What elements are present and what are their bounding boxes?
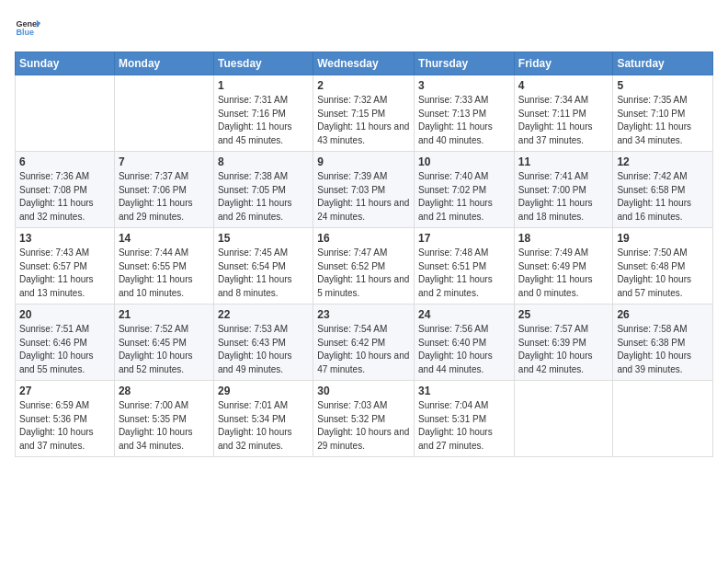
week-row-3: 13Sunrise: 7:43 AMSunset: 6:57 PMDayligh… — [16, 228, 713, 304]
day-info: Sunrise: 7:58 AMSunset: 6:38 PMDaylight:… — [617, 323, 709, 376]
day-number: 14 — [119, 232, 210, 245]
day-info: Sunrise: 7:36 AMSunset: 7:08 PMDaylight:… — [19, 170, 110, 224]
day-number: 5 — [617, 79, 709, 92]
day-info: Sunrise: 7:04 AMSunset: 5:31 PMDaylight:… — [418, 399, 510, 453]
day-cell — [114, 75, 213, 152]
weekday-header-friday: Friday — [514, 52, 613, 75]
day-number: 4 — [518, 79, 609, 92]
day-info: Sunrise: 7:39 AMSunset: 7:03 PMDaylight:… — [317, 170, 410, 224]
day-cell: 21Sunrise: 7:52 AMSunset: 6:45 PMDayligh… — [114, 304, 213, 381]
day-cell: 27Sunrise: 6:59 AMSunset: 5:36 PMDayligh… — [16, 381, 115, 457]
day-cell: 31Sunrise: 7:04 AMSunset: 5:31 PMDayligh… — [415, 381, 515, 457]
day-info: Sunrise: 7:37 AMSunset: 7:06 PMDaylight:… — [119, 170, 210, 224]
day-info: Sunrise: 7:01 AMSunset: 5:34 PMDaylight:… — [218, 399, 309, 453]
day-number: 18 — [518, 232, 609, 245]
day-cell: 19Sunrise: 7:50 AMSunset: 6:48 PMDayligh… — [613, 228, 713, 304]
day-cell — [613, 381, 713, 457]
day-info: Sunrise: 7:47 AMSunset: 6:52 PMDaylight:… — [317, 247, 410, 300]
day-info: Sunrise: 7:57 AMSunset: 6:39 PMDaylight:… — [518, 323, 609, 376]
day-cell: 10Sunrise: 7:40 AMSunset: 7:02 PMDayligh… — [415, 152, 515, 228]
day-cell: 28Sunrise: 7:00 AMSunset: 5:35 PMDayligh… — [114, 381, 213, 457]
day-info: Sunrise: 7:33 AMSunset: 7:13 PMDaylight:… — [418, 94, 510, 147]
day-cell: 4Sunrise: 7:34 AMSunset: 7:11 PMDaylight… — [514, 75, 613, 152]
day-cell: 5Sunrise: 7:35 AMSunset: 7:10 PMDaylight… — [613, 75, 713, 152]
page: General Blue SundayMondayTuesdayWednesda… — [0, 0, 728, 466]
weekday-header-saturday: Saturday — [613, 52, 713, 75]
day-info: Sunrise: 7:56 AMSunset: 6:40 PMDaylight:… — [418, 323, 510, 376]
day-cell: 30Sunrise: 7:03 AMSunset: 5:32 PMDayligh… — [313, 381, 415, 457]
day-cell: 9Sunrise: 7:39 AMSunset: 7:03 PMDaylight… — [313, 152, 415, 228]
day-cell: 29Sunrise: 7:01 AMSunset: 5:34 PMDayligh… — [213, 381, 313, 457]
day-number: 17 — [418, 232, 510, 245]
day-info: Sunrise: 7:50 AMSunset: 6:48 PMDaylight:… — [617, 247, 709, 300]
day-number: 16 — [317, 232, 410, 245]
day-cell: 14Sunrise: 7:44 AMSunset: 6:55 PMDayligh… — [114, 228, 213, 304]
day-info: Sunrise: 7:44 AMSunset: 6:55 PMDaylight:… — [119, 247, 210, 300]
day-info: Sunrise: 7:40 AMSunset: 7:02 PMDaylight:… — [418, 170, 510, 224]
day-cell: 18Sunrise: 7:49 AMSunset: 6:49 PMDayligh… — [514, 228, 613, 304]
day-number: 9 — [317, 155, 410, 168]
day-cell: 13Sunrise: 7:43 AMSunset: 6:57 PMDayligh… — [16, 228, 115, 304]
day-cell — [16, 75, 115, 152]
header: General Blue — [15, 15, 713, 40]
day-info: Sunrise: 7:48 AMSunset: 6:51 PMDaylight:… — [418, 247, 510, 300]
day-info: Sunrise: 7:03 AMSunset: 5:32 PMDaylight:… — [317, 399, 410, 453]
day-number: 25 — [518, 308, 609, 321]
day-info: Sunrise: 7:49 AMSunset: 6:49 PMDaylight:… — [518, 247, 609, 300]
day-number: 22 — [218, 308, 309, 321]
day-number: 10 — [418, 155, 510, 168]
day-cell: 16Sunrise: 7:47 AMSunset: 6:52 PMDayligh… — [313, 228, 415, 304]
day-number: 11 — [518, 155, 609, 168]
day-number: 12 — [617, 155, 709, 168]
weekday-header-sunday: Sunday — [16, 52, 115, 75]
day-cell: 25Sunrise: 7:57 AMSunset: 6:39 PMDayligh… — [514, 304, 613, 381]
day-info: Sunrise: 7:41 AMSunset: 7:00 PMDaylight:… — [518, 170, 609, 224]
day-cell: 26Sunrise: 7:58 AMSunset: 6:38 PMDayligh… — [613, 304, 713, 381]
day-number: 1 — [218, 79, 309, 92]
day-info: Sunrise: 7:45 AMSunset: 6:54 PMDaylight:… — [218, 247, 309, 300]
day-cell: 11Sunrise: 7:41 AMSunset: 7:00 PMDayligh… — [514, 152, 613, 228]
weekday-header-wednesday: Wednesday — [313, 52, 415, 75]
day-number: 31 — [418, 385, 510, 397]
day-number: 15 — [218, 232, 309, 245]
day-cell: 2Sunrise: 7:32 AMSunset: 7:15 PMDaylight… — [313, 75, 415, 152]
weekday-header-thursday: Thursday — [415, 52, 515, 75]
day-cell: 17Sunrise: 7:48 AMSunset: 6:51 PMDayligh… — [415, 228, 515, 304]
day-number: 8 — [218, 155, 309, 168]
day-info: Sunrise: 7:35 AMSunset: 7:10 PMDaylight:… — [617, 94, 709, 147]
day-number: 28 — [119, 385, 210, 397]
day-info: Sunrise: 7:54 AMSunset: 6:42 PMDaylight:… — [317, 323, 410, 376]
day-number: 2 — [317, 79, 410, 92]
day-number: 3 — [418, 79, 510, 92]
day-info: Sunrise: 7:52 AMSunset: 6:45 PMDaylight:… — [119, 323, 210, 376]
day-cell: 22Sunrise: 7:53 AMSunset: 6:43 PMDayligh… — [213, 304, 313, 381]
week-row-2: 6Sunrise: 7:36 AMSunset: 7:08 PMDaylight… — [16, 152, 713, 228]
day-info: Sunrise: 7:00 AMSunset: 5:35 PMDaylight:… — [119, 399, 210, 453]
logo: General Blue — [15, 15, 40, 40]
day-cell — [514, 381, 613, 457]
logo-icon: General Blue — [15, 15, 40, 40]
weekday-header-monday: Monday — [114, 52, 213, 75]
day-cell: 6Sunrise: 7:36 AMSunset: 7:08 PMDaylight… — [16, 152, 115, 228]
day-number: 23 — [317, 308, 410, 321]
day-cell: 3Sunrise: 7:33 AMSunset: 7:13 PMDaylight… — [415, 75, 515, 152]
day-info: Sunrise: 7:32 AMSunset: 7:15 PMDaylight:… — [317, 94, 410, 147]
day-number: 29 — [218, 385, 309, 397]
day-cell: 12Sunrise: 7:42 AMSunset: 6:58 PMDayligh… — [613, 152, 713, 228]
calendar: SundayMondayTuesdayWednesdayThursdayFrid… — [15, 52, 713, 457]
day-cell: 7Sunrise: 7:37 AMSunset: 7:06 PMDaylight… — [114, 152, 213, 228]
weekday-header-row: SundayMondayTuesdayWednesdayThursdayFrid… — [16, 52, 713, 75]
day-info: Sunrise: 7:38 AMSunset: 7:05 PMDaylight:… — [218, 170, 309, 224]
day-number: 24 — [418, 308, 510, 321]
day-cell: 1Sunrise: 7:31 AMSunset: 7:16 PMDaylight… — [213, 75, 313, 152]
svg-text:Blue: Blue — [16, 28, 34, 37]
day-number: 27 — [19, 385, 110, 397]
day-cell: 8Sunrise: 7:38 AMSunset: 7:05 PMDaylight… — [213, 152, 313, 228]
day-info: Sunrise: 6:59 AMSunset: 5:36 PMDaylight:… — [19, 399, 110, 453]
day-info: Sunrise: 7:42 AMSunset: 6:58 PMDaylight:… — [617, 170, 709, 224]
day-cell: 23Sunrise: 7:54 AMSunset: 6:42 PMDayligh… — [313, 304, 415, 381]
day-info: Sunrise: 7:34 AMSunset: 7:11 PMDaylight:… — [518, 94, 609, 147]
day-cell: 24Sunrise: 7:56 AMSunset: 6:40 PMDayligh… — [415, 304, 515, 381]
day-number: 13 — [19, 232, 110, 245]
day-number: 30 — [317, 385, 410, 397]
